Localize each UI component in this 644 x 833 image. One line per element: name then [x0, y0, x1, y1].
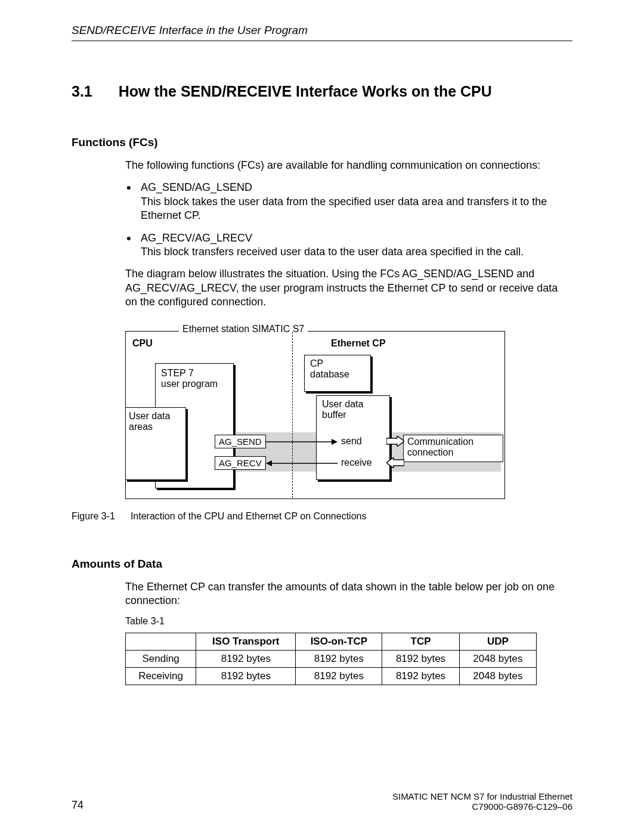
- list-item: AG_RECV/AG_LRECV This block transfers re…: [125, 231, 572, 259]
- section-title: How the SEND/RECEIVE Interface Works on …: [119, 83, 492, 100]
- footer-line1: SIMATIC NET NCM S7 for Industrial Ethern…: [392, 791, 572, 801]
- figure-caption: Figure 3-1 Interaction of the CPU and Et…: [72, 511, 572, 522]
- th-tcp: TCP: [382, 633, 459, 651]
- functions-after: The diagram below illustrates the situat…: [125, 267, 572, 309]
- functions-body: The following functions (FCs) are availa…: [125, 159, 572, 309]
- step7-label: STEP 7 user program: [161, 368, 218, 389]
- user-data-buffer-label: User data buffer: [322, 399, 363, 420]
- svg-marker-4: [386, 436, 404, 447]
- table-row: Receiving 8192 bytes 8192 bytes 8192 byt…: [126, 668, 537, 685]
- table-caption: Table 3-1: [125, 616, 572, 627]
- communication-connection-box: Communication connection: [403, 435, 503, 462]
- table-row: Sending 8192 bytes 8192 bytes 8192 bytes…: [126, 651, 537, 668]
- section-heading: 3.1 How the SEND/RECEIVE Interface Works…: [72, 83, 572, 100]
- ag-recv-box: AG_RECV: [215, 456, 266, 470]
- functions-list: AG_SEND/AG_LSEND This block takes the us…: [125, 181, 572, 259]
- amounts-intro: The Ethernet CP can transfer the amounts…: [125, 580, 572, 608]
- footer-line2: C79000-G8976-C129–06: [472, 801, 572, 812]
- send-label: send: [341, 436, 362, 447]
- cp-database-label: CP database: [310, 358, 349, 380]
- th-empty: [126, 633, 196, 651]
- th-iso-transport: ISO Transport: [196, 633, 296, 651]
- cell: 8192 bytes: [382, 651, 459, 668]
- functions-intro: The following functions (FCs) are availa…: [125, 159, 572, 172]
- cell: 2048 bytes: [459, 668, 536, 685]
- cell: 2048 bytes: [459, 651, 536, 668]
- th-iso-on-tcp: ISO-on-TCP: [296, 633, 382, 651]
- th-udp: UDP: [459, 633, 536, 651]
- arrow-send-icon: [266, 437, 338, 447]
- figure-label: Figure 3-1: [72, 511, 115, 522]
- receive-label: receive: [341, 457, 372, 468]
- svg-marker-3: [266, 460, 272, 466]
- cell: 8192 bytes: [196, 668, 296, 685]
- user-data-areas-label: User data areas: [129, 411, 170, 432]
- diagram-cpu-label: CPU: [132, 338, 153, 349]
- bullet-desc: This block transfers received user data …: [141, 245, 572, 259]
- svg-marker-5: [386, 457, 404, 468]
- page-number: 74: [72, 799, 83, 812]
- page-footer: 74 SIMATIC NET NCM S7 for Industrial Eth…: [72, 791, 572, 812]
- cell: 8192 bytes: [296, 668, 382, 685]
- diagram: Ethernet station SIMATIC S7 CPU Ethernet…: [125, 324, 572, 503]
- bullet-title: AG_SEND/AG_LSEND: [141, 181, 572, 194]
- table-header-row: ISO Transport ISO-on-TCP TCP UDP: [126, 633, 537, 651]
- ag-send-box: AG_SEND: [215, 435, 266, 448]
- arrow-in-icon: [386, 457, 404, 468]
- diagram-ethcp-label: Ethernet CP: [331, 338, 386, 349]
- diagram-outer-title: Ethernet station SIMATIC S7: [179, 324, 308, 335]
- amounts-heading: Amounts of Data: [72, 558, 572, 571]
- figure-text: Interaction of the CPU and Ethernet CP o…: [131, 511, 367, 522]
- page: SEND/RECEIVE Interface in the User Progr…: [0, 0, 644, 833]
- cell: 8192 bytes: [382, 668, 459, 685]
- cell: Sending: [126, 651, 196, 668]
- data-table: ISO Transport ISO-on-TCP TCP UDP Sending…: [125, 633, 537, 685]
- running-head: SEND/RECEIVE Interface in the User Progr…: [72, 24, 572, 41]
- cell: 8192 bytes: [196, 651, 296, 668]
- bullet-title: AG_RECV/AG_LRECV: [141, 231, 572, 245]
- cell: Receiving: [126, 668, 196, 685]
- bullet-desc: This block takes the user data from the …: [141, 195, 572, 223]
- functions-heading: Functions (FCs): [72, 136, 572, 149]
- diagram-divider: [292, 332, 293, 498]
- list-item: AG_SEND/AG_LSEND This block takes the us…: [125, 181, 572, 222]
- cell: 8192 bytes: [296, 651, 382, 668]
- section-number: 3.1: [72, 83, 92, 100]
- svg-marker-1: [332, 439, 338, 445]
- arrow-out-icon: [386, 436, 404, 447]
- amounts-body: The Ethernet CP can transfer the amounts…: [125, 580, 572, 608]
- arrow-recv-icon: [266, 459, 338, 468]
